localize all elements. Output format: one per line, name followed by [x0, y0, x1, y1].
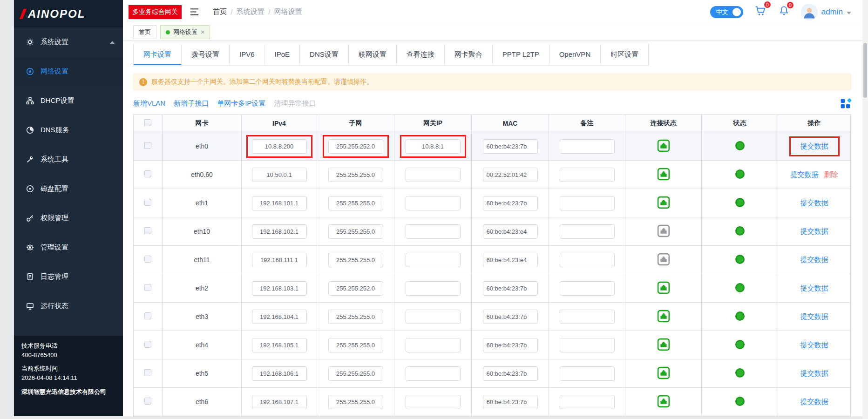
- remark-input[interactable]: [560, 139, 615, 154]
- sidebar-item-2[interactable]: DHCP设置: [14, 86, 123, 115]
- action-link-2[interactable]: 单网卡多IP设置: [217, 99, 265, 107]
- subnet-input[interactable]: [328, 196, 383, 210]
- close-tab-icon[interactable]: ×: [201, 29, 204, 35]
- mac-input[interactable]: [483, 196, 538, 210]
- subnet-input[interactable]: [328, 395, 383, 409]
- ipv4-input[interactable]: [252, 224, 307, 239]
- subtab-4[interactable]: DNS设置: [300, 44, 349, 65]
- breadcrumb-item[interactable]: 首页: [213, 7, 227, 16]
- gateway-ip-input[interactable]: [406, 281, 461, 296]
- submit-data-link[interactable]: 提交数据: [800, 284, 828, 292]
- page-scrollbar[interactable]: [862, 0, 868, 419]
- submit-data-link[interactable]: 提交数据: [800, 142, 828, 150]
- ipv4-input[interactable]: [252, 310, 307, 324]
- remark-input[interactable]: [560, 196, 615, 210]
- sidebar-item-4[interactable]: 系统工具: [14, 145, 123, 174]
- remark-input[interactable]: [560, 281, 615, 296]
- subnet-input[interactable]: [328, 366, 383, 381]
- cart-button[interactable]: 0: [754, 5, 767, 19]
- subnet-input[interactable]: [328, 338, 383, 352]
- subnet-input[interactable]: [328, 253, 383, 267]
- ipv4-input[interactable]: [252, 168, 307, 182]
- remark-input[interactable]: [560, 310, 615, 324]
- gateway-ip-input[interactable]: [406, 338, 461, 352]
- layout-grid-icon[interactable]: [840, 98, 851, 109]
- mac-input[interactable]: [483, 281, 538, 296]
- sidebar-item-6[interactable]: 权限管理: [14, 203, 123, 233]
- remark-input[interactable]: [560, 224, 615, 239]
- submit-data-link[interactable]: 提交数据: [800, 341, 828, 349]
- sidebar-item-8[interactable]: 日志管理: [14, 262, 123, 291]
- action-link-0[interactable]: 新增VLAN: [133, 99, 165, 107]
- mac-input[interactable]: [483, 366, 538, 381]
- submit-data-link[interactable]: 提交数据: [800, 312, 828, 320]
- submit-data-link[interactable]: 提交数据: [800, 256, 828, 264]
- subtab-3[interactable]: IPoE: [265, 44, 300, 65]
- sidebar-item-9[interactable]: 运行状态: [14, 291, 123, 321]
- row-checkbox[interactable]: [144, 199, 151, 206]
- notifications-button[interactable]: 0: [778, 5, 790, 19]
- collapse-menu-icon[interactable]: [189, 7, 200, 17]
- mac-input[interactable]: [483, 139, 538, 154]
- gateway-ip-input[interactable]: [406, 224, 461, 239]
- subnet-input[interactable]: [328, 139, 383, 154]
- submit-data-link[interactable]: 提交数据: [800, 398, 828, 405]
- row-checkbox[interactable]: [144, 170, 151, 177]
- remark-input[interactable]: [560, 338, 615, 352]
- subnet-input[interactable]: [328, 310, 383, 324]
- subtab-10[interactable]: 时区设置: [601, 44, 649, 65]
- remark-input[interactable]: [560, 395, 615, 409]
- gateway-ip-input[interactable]: [406, 253, 461, 267]
- tab-network-settings[interactable]: 网络设置 ×: [160, 25, 210, 39]
- gateway-ip-input[interactable]: [406, 310, 461, 324]
- submit-data-link[interactable]: 提交数据: [800, 199, 828, 207]
- action-link-1[interactable]: 新增子接口: [174, 99, 209, 107]
- subtab-8[interactable]: PPTP L2TP: [493, 44, 549, 65]
- remark-input[interactable]: [560, 253, 615, 267]
- gateway-ip-input[interactable]: [406, 139, 461, 154]
- mac-input[interactable]: [483, 395, 538, 409]
- row-checkbox[interactable]: [144, 369, 151, 376]
- sidebar-item-1[interactable]: e网络设置: [14, 57, 123, 86]
- mac-input[interactable]: [483, 224, 538, 239]
- subnet-input[interactable]: [328, 281, 383, 296]
- gateway-ip-input[interactable]: [406, 395, 461, 409]
- ipv4-input[interactable]: [252, 253, 307, 267]
- gateway-ip-input[interactable]: [406, 196, 461, 210]
- row-checkbox[interactable]: [144, 398, 151, 405]
- mac-input[interactable]: [483, 253, 538, 267]
- ipv4-input[interactable]: [252, 338, 307, 352]
- row-checkbox[interactable]: [144, 312, 151, 319]
- submit-data-link[interactable]: 提交数据: [800, 227, 828, 235]
- row-checkbox[interactable]: [144, 341, 151, 348]
- row-checkbox[interactable]: [144, 227, 151, 234]
- submit-data-link[interactable]: 提交数据: [791, 170, 819, 178]
- user-menu[interactable]: admin: [801, 4, 851, 20]
- row-checkbox[interactable]: [144, 284, 151, 291]
- sidebar-item-3[interactable]: DNS服务: [14, 115, 123, 145]
- ipv4-input[interactable]: [252, 395, 307, 409]
- ipv4-input[interactable]: [252, 196, 307, 210]
- breadcrumb-item[interactable]: 网络设置: [274, 7, 302, 16]
- mac-input[interactable]: [483, 338, 538, 352]
- subnet-input[interactable]: [328, 168, 383, 182]
- mac-input[interactable]: [483, 310, 538, 324]
- sidebar-item-7[interactable]: 管理设置: [14, 233, 123, 262]
- gateway-ip-input[interactable]: [406, 168, 461, 182]
- subnet-input[interactable]: [328, 224, 383, 239]
- ipv4-input[interactable]: [252, 366, 307, 381]
- row-checkbox[interactable]: [144, 142, 151, 149]
- subtab-5[interactable]: 联网设置: [349, 44, 397, 65]
- subtab-7[interactable]: 网卡聚合: [445, 44, 493, 65]
- mac-input[interactable]: [483, 168, 538, 182]
- breadcrumb-item[interactable]: 系统设置: [237, 7, 264, 16]
- scrollbar-thumb[interactable]: [863, 43, 867, 98]
- sidebar-item-5[interactable]: 磁盘配置: [14, 174, 123, 203]
- language-toggle[interactable]: 中文: [710, 6, 743, 18]
- subtab-1[interactable]: 拨号设置: [182, 44, 230, 65]
- ipv4-input[interactable]: [252, 139, 307, 154]
- tab-home[interactable]: 首页: [133, 25, 156, 39]
- subtab-2[interactable]: IPV6: [230, 44, 265, 65]
- remark-input[interactable]: [560, 168, 615, 182]
- subtab-9[interactable]: OpenVPN: [549, 44, 601, 65]
